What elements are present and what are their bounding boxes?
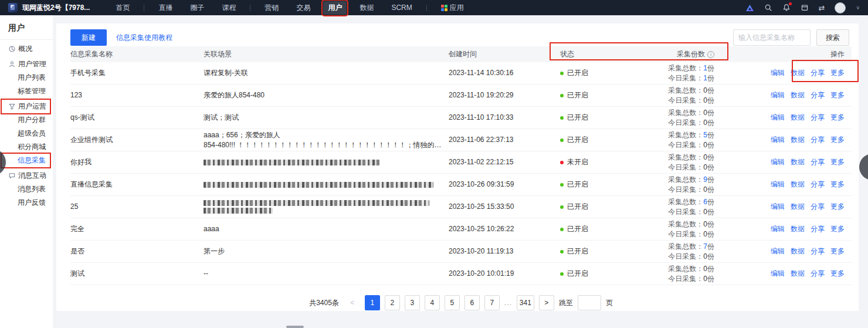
data-link[interactable]: 数据 <box>791 246 805 256</box>
search-button[interactable]: 搜索 <box>816 29 849 46</box>
edit-link[interactable]: 编辑 <box>771 269 785 279</box>
actions-cell: 编辑 数据 分享 更多 <box>721 224 852 234</box>
data-link[interactable]: 数据 <box>791 202 805 212</box>
data-link[interactable]: 数据 <box>791 135 805 145</box>
sidebar-item-message-interaction[interactable]: 消息互动 <box>2 169 50 182</box>
nav-item-trade[interactable]: 交易 <box>291 1 315 15</box>
edit-link[interactable]: 编辑 <box>771 135 785 145</box>
nav-item-live[interactable]: 直播 <box>154 1 177 15</box>
nav-item-label: 营销 <box>265 3 279 13</box>
info-icon[interactable] <box>707 51 714 58</box>
data-link[interactable]: 数据 <box>791 157 805 167</box>
page-button-1[interactable]: 1 <box>365 295 380 310</box>
edit-link[interactable]: 编辑 <box>771 90 785 100</box>
nav-item-home[interactable]: 首页 <box>111 1 134 15</box>
share-link[interactable]: 分享 <box>811 90 825 100</box>
counts-cell: 采集总数：6份 今日采集：0份 <box>648 197 721 217</box>
more-link[interactable]: 更多 <box>830 224 845 234</box>
status-cell: 已开启 <box>560 202 648 212</box>
share-link[interactable]: 分享 <box>811 180 825 190</box>
switch-icon[interactable]: ⇄ <box>819 4 825 12</box>
edit-link[interactable]: 编辑 <box>771 202 785 212</box>
share-link[interactable]: 分享 <box>811 224 825 234</box>
last-page-button[interactable]: 341 <box>517 295 534 310</box>
sidebar-item-user-management[interactable]: 用户管理 <box>2 58 50 71</box>
counts-cell: 采集总数：0份 今日采集：0份 <box>648 86 721 106</box>
status-dot <box>560 272 564 276</box>
more-link[interactable]: 更多 <box>830 180 845 190</box>
jump-page-input[interactable] <box>578 295 601 310</box>
edit-link[interactable]: 编辑 <box>771 224 785 234</box>
sidebar-item-label: 信息采集 <box>18 155 46 165</box>
nav-divider <box>250 5 250 11</box>
share-link[interactable]: 分享 <box>811 113 825 123</box>
sidebar-item-user-list[interactable]: 用户列表 <box>2 71 50 84</box>
more-link[interactable]: 更多 <box>830 90 845 100</box>
calendar-icon[interactable] <box>801 4 809 12</box>
prev-page-button[interactable]: < <box>345 295 360 310</box>
sidebar-item-user-feedback[interactable]: 用户反馈 <box>2 196 50 209</box>
sidebar-item-points-mall[interactable]: 积分商城 <box>2 140 50 154</box>
page-button-2[interactable]: 2 <box>385 295 400 310</box>
avatar[interactable] <box>835 2 846 13</box>
sidebar-item-info-collection[interactable]: 信息采集 <box>2 154 50 167</box>
sidebar-item-overview[interactable]: 概况 <box>2 42 50 56</box>
nav-item-apps[interactable]: 应用 <box>436 1 469 15</box>
page-button-6[interactable]: 6 <box>464 295 480 310</box>
chevron-down-icon[interactable]: ∨ <box>856 5 860 11</box>
new-button[interactable]: 新建 <box>70 29 107 46</box>
page-button-7[interactable]: 7 <box>484 295 500 310</box>
edit-link[interactable]: 编辑 <box>771 246 785 256</box>
page-button-5[interactable]: 5 <box>445 295 460 310</box>
related-scene: aaaa <box>204 224 449 234</box>
sidebar-item-user-segment[interactable]: 用户分群 <box>2 113 50 127</box>
bell-icon[interactable] <box>782 4 791 12</box>
share-link[interactable]: 分享 <box>811 68 825 78</box>
data-link[interactable]: 数据 <box>791 90 805 100</box>
sidebar-item-super-member[interactable]: 超级会员 <box>2 127 50 140</box>
today-count-line: 今日采集：0份 <box>648 140 714 150</box>
data-link[interactable]: 数据 <box>791 180 805 190</box>
next-page-button[interactable]: > <box>539 295 554 310</box>
more-link[interactable]: 更多 <box>830 157 845 167</box>
more-link[interactable]: 更多 <box>830 135 845 145</box>
nav-item-user[interactable]: 用户 <box>323 1 347 15</box>
share-link[interactable]: 分享 <box>811 269 825 279</box>
edit-link[interactable]: 编辑 <box>771 180 785 190</box>
edit-link[interactable]: 编辑 <box>771 157 785 167</box>
related-scene: 第一步 <box>204 246 449 256</box>
edit-link[interactable]: 编辑 <box>771 68 785 78</box>
share-link[interactable]: 分享 <box>811 157 825 167</box>
search-input[interactable] <box>733 29 811 46</box>
data-link[interactable]: 数据 <box>791 113 805 123</box>
nav-item-course[interactable]: 课程 <box>217 1 240 15</box>
today-count-line: 今日采集：0份 <box>648 118 714 128</box>
sidebar-item-tag-management[interactable]: 标签管理 <box>2 84 50 98</box>
more-link[interactable]: 更多 <box>830 202 845 212</box>
data-link[interactable]: 数据 <box>791 68 805 78</box>
more-link[interactable]: 更多 <box>830 68 845 78</box>
nav-item-label: SCRM <box>391 4 412 12</box>
search-icon[interactable] <box>764 4 772 12</box>
data-link[interactable]: 数据 <box>791 269 805 279</box>
related-scene <box>204 180 449 190</box>
nav-item-circle[interactable]: 圈子 <box>185 1 209 15</box>
data-link[interactable]: 数据 <box>791 224 805 234</box>
nav-item-scrm[interactable]: SCRM <box>386 2 416 13</box>
share-link[interactable]: 分享 <box>811 135 825 145</box>
sidebar-item-user-operation[interactable]: 用户运营 <box>2 100 50 113</box>
page-button-3[interactable]: 3 <box>405 295 420 310</box>
share-link[interactable]: 分享 <box>811 246 825 256</box>
nav-item-marketing[interactable]: 营销 <box>260 1 283 15</box>
share-link[interactable]: 分享 <box>811 202 825 212</box>
nav-item-data[interactable]: 数据 <box>355 1 378 15</box>
today-count-line: 今日采集：1份 <box>648 73 714 83</box>
apps-grid-icon <box>441 5 447 11</box>
edit-link[interactable]: 编辑 <box>771 113 785 123</box>
more-link[interactable]: 更多 <box>830 269 845 279</box>
tutorial-link[interactable]: 信息采集使用教程 <box>116 33 172 43</box>
more-link[interactable]: 更多 <box>830 246 845 256</box>
sidebar-item-message-list[interactable]: 消息列表 <box>2 182 50 196</box>
page-button-4[interactable]: 4 <box>425 295 440 310</box>
more-link[interactable]: 更多 <box>830 113 845 123</box>
